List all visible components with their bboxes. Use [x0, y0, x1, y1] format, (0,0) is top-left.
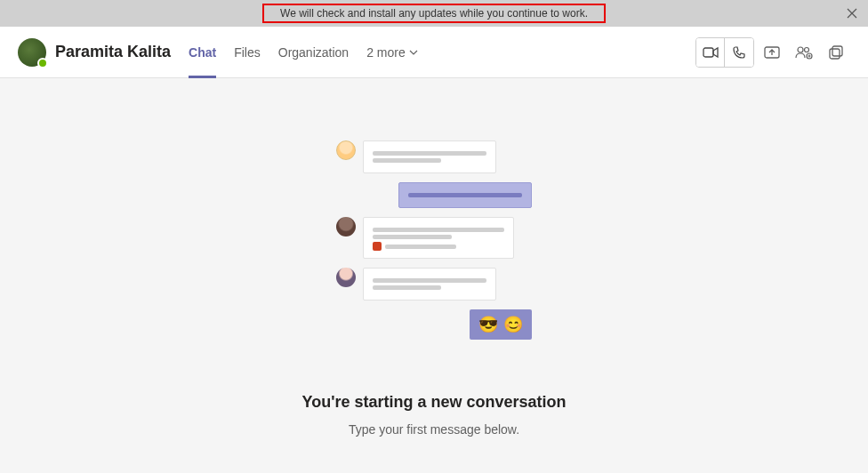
phone-icon — [732, 45, 746, 60]
title-bar: We will check and install any updates wh… — [0, 0, 868, 27]
smile-emoji-icon: 😊 — [503, 315, 523, 334]
chat-main-area: 😎 😊 You're starting a new conversation T… — [0, 78, 868, 473]
video-call-button[interactable] — [696, 38, 725, 67]
svg-point-2 — [798, 47, 803, 52]
chevron-down-icon — [409, 50, 418, 55]
call-button-group — [695, 37, 754, 68]
share-icon — [764, 45, 780, 60]
audio-call-button[interactable] — [725, 38, 753, 67]
illustration-bubble — [398, 182, 532, 208]
people-add-icon — [795, 45, 813, 60]
illustration-bubble — [363, 268, 496, 301]
empty-state-subtext: Type your first message below. — [349, 422, 519, 437]
contact-name: Paramita Kalita — [55, 43, 171, 61]
illustration-bubble — [363, 217, 514, 259]
tab-bar: Chat Files Organization 2 more — [189, 27, 418, 77]
add-people-button[interactable] — [790, 38, 818, 67]
presence-available-icon — [37, 58, 48, 68]
empty-state-heading: You're starting a new conversation — [301, 393, 566, 412]
illustration-bubble — [363, 140, 496, 173]
header-actions — [695, 37, 850, 68]
svg-point-3 — [805, 47, 809, 52]
tab-more-label: 2 more — [366, 45, 406, 60]
tab-chat[interactable]: Chat — [189, 27, 216, 77]
svg-rect-0 — [703, 48, 713, 57]
tab-files[interactable]: Files — [234, 27, 261, 77]
contact-avatar[interactable] — [18, 38, 46, 67]
close-button[interactable] — [847, 8, 857, 19]
illustration-emoji-bubble: 😎 😊 — [470, 309, 532, 340]
svg-rect-6 — [832, 46, 842, 56]
empty-state-illustration: 😎 😊 — [336, 140, 532, 349]
share-screen-button[interactable] — [758, 38, 786, 67]
illustration-avatar-icon — [336, 268, 356, 287]
chat-header: Paramita Kalita Chat Files Organization … — [0, 27, 868, 78]
popout-icon — [829, 45, 843, 60]
tab-more[interactable]: 2 more — [366, 27, 418, 77]
update-banner: We will check and install any updates wh… — [262, 4, 606, 23]
tab-organization[interactable]: Organization — [278, 27, 349, 77]
svg-rect-5 — [830, 49, 840, 59]
cool-emoji-icon: 😎 — [478, 315, 498, 334]
video-icon — [703, 46, 719, 59]
illustration-avatar-icon — [336, 217, 356, 236]
illustration-avatar-icon — [336, 140, 356, 160]
popout-button[interactable] — [822, 38, 850, 67]
